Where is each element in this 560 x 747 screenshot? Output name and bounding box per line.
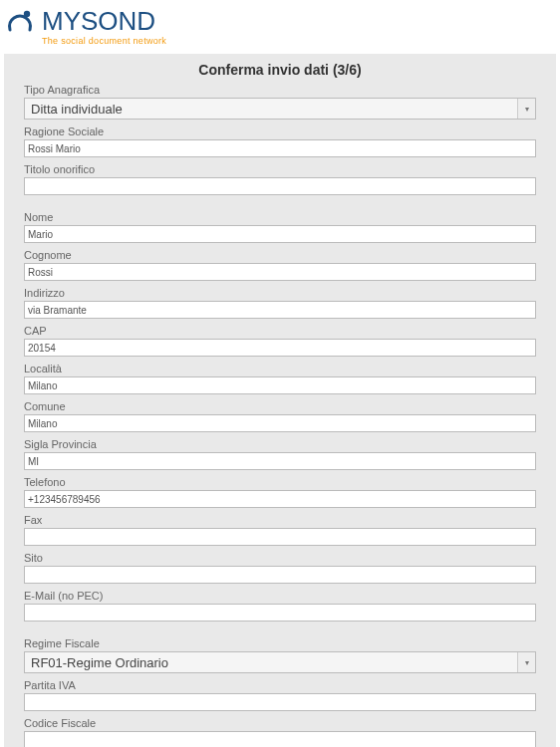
label-ragione-sociale: Ragione Sociale [24, 125, 536, 137]
label-sigla-provincia: Sigla Provincia [24, 438, 536, 450]
input-codice-fiscale[interactable] [24, 731, 536, 747]
label-titolo-onorifico: Titolo onorifico [24, 163, 536, 175]
input-localita[interactable] [24, 376, 536, 394]
label-partita-iva: Partita IVA [24, 679, 536, 691]
input-comune[interactable] [24, 414, 536, 432]
input-telefono[interactable] [24, 490, 536, 508]
header: MYSOND The social document network [0, 0, 560, 50]
input-cap[interactable] [24, 339, 536, 357]
input-ragione-sociale[interactable] [24, 139, 536, 157]
svg-point-0 [24, 11, 30, 17]
page-title: Conferma invio dati (3/6) [14, 62, 546, 78]
chevron-down-icon: ▾ [517, 99, 535, 119]
label-cap: CAP [24, 325, 536, 337]
chevron-down-icon: ▾ [517, 652, 535, 672]
label-tipo-anagrafica: Tipo Anagrafica [24, 84, 536, 96]
label-cognome: Cognome [24, 249, 536, 261]
label-telefono: Telefono [24, 476, 536, 488]
input-partita-iva[interactable] [24, 693, 536, 711]
label-email: E-Mail (no PEC) [24, 590, 536, 602]
input-sigla-provincia[interactable] [24, 452, 536, 470]
brand-name: MYSOND [42, 8, 166, 34]
input-sito[interactable] [24, 566, 536, 584]
label-indirizzo: Indirizzo [24, 287, 536, 299]
label-nome: Nome [24, 211, 536, 223]
logo-mark-icon [4, 8, 38, 38]
brand-logo: MYSOND The social document network [4, 8, 556, 46]
input-indirizzo[interactable] [24, 301, 536, 319]
input-titolo-onorifico[interactable] [24, 177, 536, 195]
input-fax[interactable] [24, 528, 536, 546]
label-fax: Fax [24, 514, 536, 526]
registration-form-panel: Conferma invio dati (3/6) Tipo Anagrafic… [4, 54, 556, 747]
select-regime-fiscale-value: RF01-Regime Ordinario [25, 655, 517, 670]
input-cognome[interactable] [24, 263, 536, 281]
input-nome[interactable] [24, 225, 536, 243]
input-email[interactable] [24, 604, 536, 622]
brand-tagline: The social document network [42, 36, 166, 46]
label-localita: Località [24, 363, 536, 374]
select-regime-fiscale[interactable]: RF01-Regime Ordinario ▾ [24, 651, 536, 673]
label-regime-fiscale: Regime Fiscale [24, 637, 536, 649]
label-sito: Sito [24, 552, 536, 564]
select-tipo-anagrafica[interactable]: Ditta individuale ▾ [24, 98, 536, 120]
label-codice-fiscale: Codice Fiscale [24, 717, 536, 729]
label-comune: Comune [24, 400, 536, 412]
select-tipo-anagrafica-value: Ditta individuale [25, 102, 517, 117]
